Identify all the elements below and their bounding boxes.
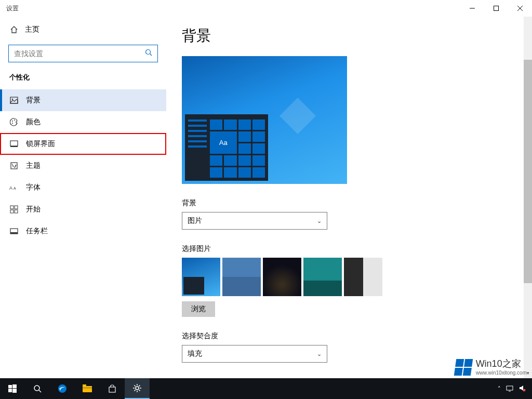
background-field-label: 背景 xyxy=(182,198,516,208)
svg-rect-12 xyxy=(10,146,18,147)
preview-sample-text: Aa xyxy=(210,131,237,154)
picture-thumb-1[interactable] xyxy=(182,258,220,296)
nav-item-label: 锁屏界面 xyxy=(26,139,55,149)
window-title: 设置 xyxy=(6,4,19,13)
background-preview: Aa xyxy=(182,56,347,184)
svg-point-4 xyxy=(146,50,151,55)
svg-rect-18 xyxy=(10,210,14,213)
edge-button[interactable] xyxy=(50,378,75,399)
svg-rect-11 xyxy=(10,141,18,146)
minimize-button[interactable] xyxy=(460,0,484,17)
svg-point-10 xyxy=(14,119,15,121)
maximize-button[interactable] xyxy=(484,0,508,17)
picture-thumbnails xyxy=(182,258,516,296)
svg-rect-25 xyxy=(12,389,17,393)
nav-item-theme[interactable]: 主题 xyxy=(0,155,166,177)
theme-icon xyxy=(9,161,19,170)
store-button[interactable] xyxy=(100,378,125,399)
svg-rect-31 xyxy=(83,387,92,389)
nav-item-label: 主题 xyxy=(26,161,41,170)
watermark-url: www.win10xitong.com xyxy=(476,370,527,376)
svg-rect-19 xyxy=(15,210,18,213)
fit-label: 选择契合度 xyxy=(182,331,516,341)
main-panel: 背景 Aa 背景 图片 ⌄ 选择图片 xyxy=(166,17,532,378)
svg-rect-13 xyxy=(11,163,17,169)
nav-item-start[interactable]: 开始 xyxy=(0,198,166,220)
watermark-brand: Win10之家 xyxy=(476,358,527,370)
svg-rect-29 xyxy=(83,386,92,392)
svg-rect-6 xyxy=(10,97,18,103)
fit-dropdown-value: 填充 xyxy=(188,349,202,358)
search-taskbar-button[interactable] xyxy=(25,378,50,399)
svg-point-26 xyxy=(34,385,39,391)
search-icon xyxy=(145,49,152,58)
windows-taskbar: ˄ xyxy=(0,378,532,399)
settings-taskbar-button[interactable] xyxy=(125,378,150,399)
picture-thumb-3[interactable] xyxy=(263,258,301,296)
svg-rect-22 xyxy=(8,385,12,388)
background-dropdown[interactable]: 图片 ⌄ xyxy=(182,212,327,230)
lockscreen-icon xyxy=(9,139,19,149)
svg-rect-21 xyxy=(10,232,18,234)
picture-thumb-5[interactable] xyxy=(344,258,382,296)
svg-rect-32 xyxy=(109,387,115,392)
svg-rect-23 xyxy=(12,384,17,388)
svg-rect-30 xyxy=(83,384,86,387)
nav-item-palette[interactable]: 颜色 xyxy=(0,111,166,133)
nav-item-label: 任务栏 xyxy=(26,227,48,236)
sidebar: 主页 个性化 背景颜色锁屏界面主题AA字体开始任务栏 xyxy=(0,17,166,378)
svg-rect-16 xyxy=(10,206,14,209)
start-icon xyxy=(9,205,19,214)
font-icon: AA xyxy=(9,183,19,192)
nav-item-picture[interactable]: 背景 xyxy=(0,89,166,111)
browse-button[interactable]: 浏览 xyxy=(182,301,215,317)
svg-rect-24 xyxy=(8,389,12,392)
tray-chevron-icon[interactable]: ˄ xyxy=(498,385,501,392)
svg-point-9 xyxy=(12,123,13,124)
chevron-down-icon: ⌄ xyxy=(317,218,322,224)
picture-icon xyxy=(9,96,19,105)
nav-item-lockscreen[interactable]: 锁屏界面 xyxy=(0,133,166,155)
svg-point-8 xyxy=(12,121,13,122)
taskbar-icon xyxy=(9,227,19,236)
scrollbar-thumb[interactable] xyxy=(524,60,532,283)
svg-line-5 xyxy=(150,54,152,56)
svg-rect-1 xyxy=(494,6,499,11)
choose-picture-label: 选择图片 xyxy=(182,244,516,254)
svg-rect-34 xyxy=(507,386,513,390)
volume-icon[interactable] xyxy=(518,384,526,393)
nav-item-label: 背景 xyxy=(26,96,41,105)
page-title: 背景 xyxy=(182,26,516,46)
home-link[interactable]: 主页 xyxy=(0,21,166,38)
network-icon[interactable] xyxy=(506,384,513,393)
fit-dropdown[interactable]: 填充 ⌄ xyxy=(182,345,327,363)
svg-line-27 xyxy=(39,390,41,392)
nav-list: 背景颜色锁屏界面主题AA字体开始任务栏 xyxy=(0,89,166,242)
titlebar: 设置 xyxy=(0,0,532,17)
svg-rect-17 xyxy=(15,206,18,209)
svg-text:A: A xyxy=(14,187,16,190)
svg-text:A: A xyxy=(9,185,12,191)
picture-thumb-2[interactable] xyxy=(222,258,261,296)
svg-point-33 xyxy=(136,387,139,390)
home-icon xyxy=(9,25,19,34)
svg-point-7 xyxy=(12,99,14,100)
watermark: Win10之家 www.win10xitong.com xyxy=(455,358,527,376)
start-button[interactable] xyxy=(0,378,25,399)
nav-item-label: 颜色 xyxy=(26,117,41,127)
background-dropdown-value: 图片 xyxy=(188,216,202,225)
nav-item-label: 字体 xyxy=(26,183,41,192)
search-input-wrapper[interactable] xyxy=(8,45,158,62)
chevron-down-icon: ⌄ xyxy=(317,351,322,357)
home-label: 主页 xyxy=(25,25,39,34)
explorer-button[interactable] xyxy=(75,378,100,399)
nav-item-font[interactable]: AA字体 xyxy=(0,177,166,198)
close-button[interactable] xyxy=(508,0,532,17)
category-title: 个性化 xyxy=(0,73,166,89)
search-input[interactable] xyxy=(14,49,145,58)
palette-icon xyxy=(9,117,19,127)
nav-item-taskbar[interactable]: 任务栏 xyxy=(0,220,166,242)
windows-logo-icon xyxy=(454,359,472,376)
picture-thumb-4[interactable] xyxy=(303,258,342,296)
nav-item-label: 开始 xyxy=(26,205,41,214)
